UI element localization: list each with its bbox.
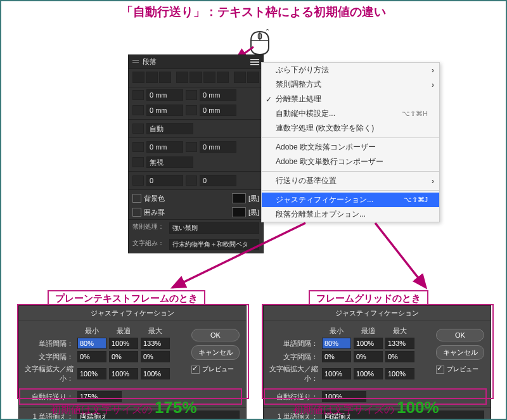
preview-checkbox-icon (436, 366, 444, 374)
preview-check[interactable]: プレビュー (191, 365, 240, 374)
letter-min-input[interactable] (322, 351, 351, 362)
space-before-icon (132, 142, 144, 152)
panel-grip-icon[interactable] (132, 60, 139, 64)
justify-center-button[interactable] (189, 72, 202, 83)
justify-right-button[interactable] (203, 72, 215, 83)
row-word-label: 単語間隔： (267, 339, 319, 348)
menu-rensuuji[interactable]: 連数字処理 (欧文数字を除く) (262, 121, 439, 136)
subtitle-plain-text-frame: プレーンテキストフレームのとき (48, 290, 205, 307)
row-glyph-label: 文字幅拡大／縮小： (23, 364, 75, 383)
word-max-input[interactable] (385, 338, 414, 349)
panel-menu-icon[interactable] (250, 59, 259, 65)
glyph-opt-input[interactable] (109, 368, 138, 379)
menu-adobe-para-composer[interactable]: Adobe 欧文段落コンポーザー (262, 140, 439, 155)
glyph-min-input[interactable] (77, 368, 106, 379)
letter-opt-input[interactable] (354, 351, 383, 362)
word-min-input[interactable] (77, 338, 106, 349)
ok-button[interactable]: OK (191, 329, 240, 341)
col-min: 最小 (77, 326, 106, 336)
border-swatch[interactable] (232, 207, 246, 217)
glyph-max-input[interactable] (385, 368, 414, 379)
border-label: 囲み罫 (144, 208, 165, 217)
border-checkbox[interactable] (132, 208, 141, 217)
glyph-opt-input[interactable] (354, 368, 383, 379)
cancel-button[interactable]: キャンセル (436, 345, 484, 360)
subtitle-frame-grid: フレームグリッドのとき (309, 290, 428, 307)
bgcolor-value: [黒] (248, 194, 259, 203)
panel-tab-title[interactable]: 段落 (143, 57, 247, 67)
page-title: 「自動行送り」：テキスト枠による初期値の違い (121, 4, 386, 20)
align-left-button[interactable] (132, 72, 144, 83)
dropcap-lines-icon (132, 175, 144, 186)
justify-left-button[interactable] (176, 72, 188, 83)
bgcolor-label: 背景色 (144, 194, 165, 203)
firstline-input[interactable] (146, 105, 183, 116)
space-after-input[interactable] (200, 141, 236, 153)
firstline-icon (132, 105, 144, 115)
col-max: 最大 (385, 326, 414, 336)
justify-all-button[interactable] (217, 72, 229, 83)
dialog-title: ジャスティフィケーション (264, 306, 491, 321)
border-value: [黒] (248, 208, 259, 217)
menu-leading-basis[interactable]: 行送りの基準位置 (262, 174, 439, 188)
panel-menu-popup: ぶら下がり方法 禁則調整方式 分離禁止処理 自動縦中横設定...⌥⇧⌘H 連数字… (261, 62, 440, 222)
lastline-input[interactable] (200, 105, 236, 116)
space-after-icon (186, 142, 197, 152)
grid-mode-input[interactable] (146, 156, 193, 168)
col-opt: 最適 (354, 326, 383, 336)
dialog-title: ジャスティフィケーション (19, 306, 246, 321)
letter-max-input[interactable] (385, 351, 414, 362)
col-opt: 最適 (109, 326, 138, 336)
word-max-input[interactable] (141, 338, 170, 349)
paragraph-panel: 段落 (128, 54, 264, 253)
row-glyph-label: 文字幅拡大／縮小： (267, 364, 319, 383)
preview-check[interactable]: プレビュー (436, 365, 484, 374)
menu-burasagari[interactable]: ぶら下がり方法 (262, 63, 439, 77)
indent-left-input[interactable] (146, 89, 183, 101)
menu-keep-options[interactable]: 段落分離禁止オプション... (262, 207, 439, 222)
grid-icon (132, 157, 144, 167)
letter-min-input[interactable] (77, 351, 106, 362)
dropcap-icon (132, 124, 144, 134)
row-word-label: 単語間隔： (23, 339, 75, 348)
kinsoku-value[interactable]: 強い禁則 (169, 222, 259, 234)
menu-adobe-single-composer[interactable]: Adobe 欧文単数行コンポーザー (262, 155, 439, 169)
glyph-max-input[interactable] (141, 368, 170, 379)
dropcap-mode-input[interactable] (146, 123, 193, 134)
lastline-icon (186, 105, 197, 115)
align-center-button[interactable] (146, 72, 158, 83)
word-opt-input[interactable] (109, 338, 138, 349)
panel-align-toolbar (129, 69, 263, 87)
bgcolor-checkbox[interactable] (132, 194, 141, 203)
indent-right-input[interactable] (200, 89, 236, 101)
word-opt-input[interactable] (354, 338, 383, 349)
menu-auto-tcy[interactable]: 自動縦中横設定...⌥⇧⌘H (262, 106, 439, 121)
menu-no-break[interactable]: 分離禁止処理 (262, 92, 439, 106)
ok-button[interactable]: OK (436, 329, 484, 341)
cancel-button[interactable]: キャンセル (191, 345, 240, 360)
align-spine-button[interactable] (234, 72, 246, 83)
col-max: 最大 (141, 326, 170, 336)
row-letter-label: 文字間隔： (23, 352, 75, 362)
dropcap-chars-icon (186, 175, 197, 186)
space-before-input[interactable] (146, 141, 183, 153)
mojikumi-value[interactable]: 行末約物半角＋和欧間ベタ (169, 239, 259, 250)
caption-plain: 初期値は文字サイズの175% (51, 398, 197, 417)
glyph-min-input[interactable] (322, 368, 351, 379)
menu-kinsoku-adjust[interactable]: 禁則調整方式 (262, 77, 439, 92)
dropcap-lines-input[interactable] (146, 175, 183, 186)
align-right-button[interactable] (159, 72, 171, 83)
preview-checkbox-icon (191, 366, 200, 374)
dropcap-chars-input[interactable] (200, 175, 236, 186)
mojikumi-label: 文字組み： (132, 239, 164, 250)
letter-opt-input[interactable] (109, 351, 138, 362)
word-min-input[interactable] (322, 338, 351, 349)
kinsoku-label: 禁則処理： (132, 222, 164, 234)
menu-justification[interactable]: ジャスティフィケーション...⌥⇧⌘J (262, 193, 439, 207)
letter-max-input[interactable] (141, 351, 170, 362)
row-letter-label: 文字間隔： (267, 352, 319, 362)
indent-right-icon (186, 90, 197, 100)
align-away-button[interactable] (247, 72, 259, 83)
caption-grid: 初期値は文字サイズの100% (293, 398, 439, 417)
bgcolor-swatch[interactable] (232, 193, 246, 203)
